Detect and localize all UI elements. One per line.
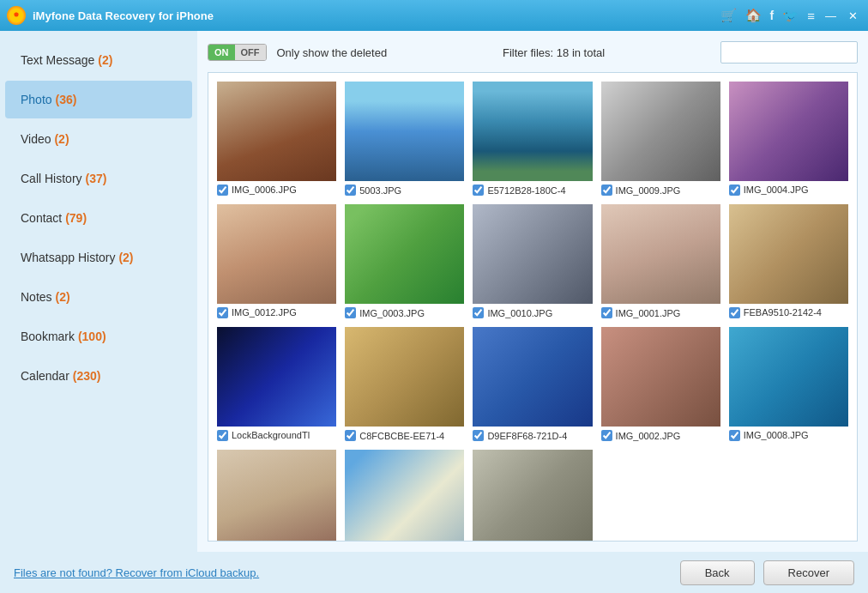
sidebar-label: Calendar bbox=[21, 369, 69, 383]
photo-thumbnail[interactable] bbox=[473, 82, 592, 181]
photo-checkbox[interactable] bbox=[729, 185, 740, 196]
photo-label: D9EF8F68-721D-4 bbox=[473, 430, 592, 441]
content-area: ON OFF Only show the deleted Filter file… bbox=[197, 31, 868, 552]
photo-thumbnail[interactable] bbox=[345, 204, 464, 304]
photo-item: IMG_0006.JPG bbox=[217, 82, 336, 196]
photo-item: D9EF8F68-721D-4 bbox=[473, 327, 592, 441]
photo-thumbnail[interactable] bbox=[345, 82, 464, 181]
photo-label: 5003.JPG bbox=[345, 185, 464, 196]
photo-checkbox[interactable] bbox=[345, 430, 356, 441]
photo-filename: IMG_0001.JPG bbox=[616, 308, 681, 318]
photo-thumbnail[interactable] bbox=[345, 327, 464, 427]
sidebar-item-video[interactable]: Video (2) bbox=[5, 120, 192, 158]
sidebar-item-notes[interactable]: Notes (2) bbox=[5, 278, 192, 316]
photo-checkbox[interactable] bbox=[473, 307, 484, 318]
photo-thumbnail[interactable] bbox=[729, 82, 848, 181]
photo-thumbnail[interactable] bbox=[601, 82, 720, 181]
photo-item: C8FCBCBE-EE71-4 bbox=[345, 327, 464, 441]
home-icon[interactable]: 🏠 bbox=[745, 8, 762, 23]
photo-label: FEBA9510-2142-4 bbox=[729, 307, 848, 318]
photo-item: IMG_0004.JPG bbox=[729, 82, 848, 196]
photo-filename: IMG_0003.JPG bbox=[359, 308, 425, 318]
window-controls: — ✕ bbox=[822, 8, 861, 24]
photo-checkbox[interactable] bbox=[217, 185, 228, 196]
photo-label: IMG_0001.JPG bbox=[601, 307, 720, 318]
toggle-off[interactable]: OFF bbox=[235, 45, 266, 60]
photo-label: IMG_0010.JPG bbox=[473, 307, 592, 318]
sidebar-label: Text Message bbox=[21, 53, 94, 67]
photo-thumbnail[interactable] bbox=[473, 327, 592, 427]
photo-checkbox[interactable] bbox=[729, 307, 740, 318]
photo-checkbox[interactable] bbox=[217, 430, 228, 441]
sidebar-item-photo[interactable]: Photo (36) bbox=[5, 81, 192, 118]
sidebar-item-bookmark[interactable]: Bookmark (100) bbox=[5, 318, 192, 355]
photo-item: E5712B28-180C-4 bbox=[473, 82, 592, 196]
sidebar-count: (2) bbox=[98, 53, 112, 67]
close-button[interactable]: ✕ bbox=[845, 8, 861, 24]
photo-thumbnail[interactable] bbox=[473, 450, 592, 542]
menu-icon[interactable]: ≡ bbox=[807, 9, 815, 23]
facebook-icon[interactable]: f bbox=[770, 9, 775, 22]
photo-filename: IMG_0012.JPG bbox=[232, 307, 297, 318]
photo-thumbnail[interactable] bbox=[601, 204, 720, 304]
photo-label: IMG_0008.JPG bbox=[729, 430, 848, 441]
photo-thumbnail[interactable] bbox=[217, 450, 336, 542]
toggle-switch[interactable]: ON OFF bbox=[208, 44, 267, 61]
svg-point-1 bbox=[15, 13, 19, 17]
photo-thumbnail[interactable] bbox=[729, 327, 848, 427]
photo-checkbox[interactable] bbox=[601, 185, 612, 196]
sidebar-item-call-history[interactable]: Call History (37) bbox=[5, 160, 192, 197]
photo-thumbnail[interactable] bbox=[601, 327, 720, 427]
photo-filename: IMG_0002.JPG bbox=[616, 431, 681, 441]
app-icon bbox=[7, 6, 26, 25]
photo-item: IMG_0001.JPG bbox=[601, 204, 720, 318]
photo-checkbox[interactable] bbox=[473, 185, 484, 196]
back-button[interactable]: Back bbox=[680, 560, 755, 585]
title-icons: 🛒 🏠 f 🐦 ≡ bbox=[720, 8, 815, 23]
photo-checkbox[interactable] bbox=[217, 307, 228, 318]
photo-label: IMG_0002.JPG bbox=[601, 430, 720, 441]
photo-checkbox[interactable] bbox=[729, 430, 740, 441]
icloud-recover-link[interactable]: Files are not found? Recover from iCloud… bbox=[14, 566, 672, 579]
photo-label: E5712B28-180C-4 bbox=[473, 185, 592, 196]
cart-icon[interactable]: 🛒 bbox=[720, 8, 737, 23]
photo-label: IMG_0012.JPG bbox=[217, 307, 336, 318]
twitter-icon[interactable]: 🐦 bbox=[782, 8, 799, 23]
photo-thumbnail[interactable] bbox=[217, 82, 336, 181]
filter-count-value: 18 in total bbox=[557, 46, 605, 59]
photo-item: IMG_0005.JPG bbox=[345, 450, 464, 542]
sidebar-item-whatsapp-history[interactable]: Whatsapp History (2) bbox=[5, 239, 192, 276]
photo-thumbnail[interactable] bbox=[217, 204, 336, 304]
photo-filename: E5712B28-180C-4 bbox=[487, 185, 565, 196]
photo-item: FEBA9510-2142-4 bbox=[729, 204, 848, 318]
filter-count-label: Filter files: bbox=[503, 46, 553, 59]
photo-item: 5003.JPG bbox=[345, 82, 464, 196]
photo-thumbnail[interactable] bbox=[345, 450, 464, 542]
photo-checkbox[interactable] bbox=[601, 307, 612, 318]
photo-filename: C8FCBCBE-EE71-4 bbox=[359, 431, 444, 441]
photo-checkbox[interactable] bbox=[345, 307, 356, 318]
photo-checkbox[interactable] bbox=[473, 430, 484, 441]
sidebar-count: (36) bbox=[55, 93, 76, 106]
sidebar-count: (2) bbox=[54, 132, 69, 146]
photo-grid-container[interactable]: IMG_0006.JPG5003.JPGE5712B28-180C-4IMG_0… bbox=[208, 72, 858, 542]
recover-button[interactable]: Recover bbox=[763, 560, 854, 585]
photo-filename: LockBackgroundTl bbox=[232, 430, 310, 440]
photo-thumbnail[interactable] bbox=[729, 204, 848, 304]
sidebar-item-text-message[interactable]: Text Message (2) bbox=[5, 41, 192, 79]
toggle-on[interactable]: ON bbox=[208, 45, 235, 60]
sidebar-item-calendar[interactable]: Calendar (230) bbox=[5, 357, 192, 395]
photo-item: IMG_0003.JPG bbox=[345, 204, 464, 318]
minimize-button[interactable]: — bbox=[822, 8, 840, 24]
search-input[interactable] bbox=[720, 41, 858, 64]
photo-item: IMG_0011.JPG bbox=[217, 450, 336, 542]
photo-filename: IMG_0009.JPG bbox=[616, 185, 681, 196]
filter-label: Only show the deleted bbox=[277, 46, 388, 59]
photo-checkbox[interactable] bbox=[601, 430, 612, 441]
sidebar: Text Message (2)Photo (36)Video (2)Call … bbox=[0, 31, 197, 552]
photo-thumbnail[interactable] bbox=[473, 204, 592, 304]
sidebar-item-contact[interactable]: Contact (79) bbox=[5, 199, 192, 237]
sidebar-label: Bookmark bbox=[21, 330, 75, 343]
photo-checkbox[interactable] bbox=[345, 185, 356, 196]
photo-thumbnail[interactable] bbox=[217, 327, 336, 427]
